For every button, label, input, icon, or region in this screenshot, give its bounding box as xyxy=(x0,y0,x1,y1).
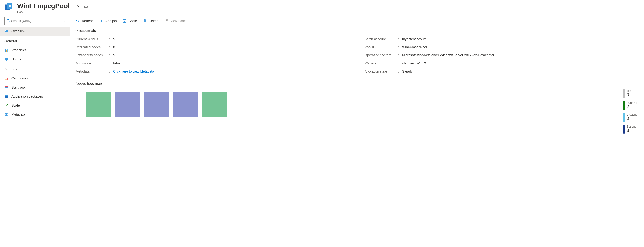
svg-point-6 xyxy=(7,19,9,22)
toolbar-label: Add job xyxy=(105,19,116,23)
essentials-value: 0 xyxy=(113,45,115,49)
sidebar-item-certificates[interactable]: Certificates xyxy=(0,74,70,83)
svg-rect-19 xyxy=(5,95,8,96)
refresh-icon xyxy=(76,19,80,23)
sidebar-item-label: Overview xyxy=(12,29,25,33)
legend-color-swatch xyxy=(623,113,625,122)
page-title: WinFFmpegPool xyxy=(17,3,70,10)
heatmap-title: Nodes heat map xyxy=(75,78,644,88)
essentials-value: standard_a1_v2 xyxy=(402,61,426,65)
legend-item-running: Running 2 xyxy=(623,101,637,110)
metadata-link[interactable]: Click here to view Metadata xyxy=(113,70,154,73)
heatmap-node-tile[interactable] xyxy=(144,92,169,117)
sidebar-item-label: Properties xyxy=(12,48,27,52)
svg-rect-22 xyxy=(165,20,167,22)
essentials-value: mybatchaccount xyxy=(402,37,426,41)
svg-rect-10 xyxy=(6,50,7,52)
scale-button[interactable]: Scale xyxy=(122,18,138,24)
sidebar-group-general: General xyxy=(0,36,70,45)
legend-color-swatch xyxy=(623,101,625,110)
legend-item-idle: Idle 0 xyxy=(623,89,637,98)
print-icon[interactable] xyxy=(84,4,88,9)
svg-rect-2 xyxy=(9,5,11,7)
divider xyxy=(4,73,66,73)
divider xyxy=(4,45,66,45)
sidebar: Overview General Properties Nodes Settin… xyxy=(0,15,70,247)
essentials-label: Operating System xyxy=(364,53,398,57)
toolbar-label: View node xyxy=(170,19,186,23)
svg-rect-18 xyxy=(5,95,8,98)
start-task-icon xyxy=(4,85,8,90)
svg-rect-8 xyxy=(5,31,6,31)
heatmap-node-tile[interactable] xyxy=(115,92,140,117)
essentials-heading: Essentials xyxy=(80,29,96,33)
pool-resource-icon xyxy=(4,3,14,12)
legend-count: 0 xyxy=(627,116,637,121)
scale-icon xyxy=(4,103,8,108)
search-input-wrap[interactable] xyxy=(4,17,60,25)
collapse-sidebar-icon[interactable] xyxy=(61,19,66,23)
legend-count: 0 xyxy=(627,93,631,97)
sidebar-item-label: Scale xyxy=(12,104,20,107)
sidebar-item-properties[interactable]: Properties xyxy=(0,46,70,55)
pin-icon[interactable] xyxy=(76,4,80,9)
essentials-value: MicrosoftWindowsServer WindowsServer 201… xyxy=(402,53,497,57)
sidebar-item-nodes[interactable]: Nodes xyxy=(0,55,70,64)
essentials-value: 5 xyxy=(113,37,115,41)
svg-rect-13 xyxy=(6,60,7,61)
toolbar-label: Refresh xyxy=(82,19,94,23)
toolbar-label: Delete xyxy=(149,19,158,23)
refresh-button[interactable]: Refresh xyxy=(75,18,94,24)
essentials-toggle[interactable]: Essentials xyxy=(75,27,644,34)
svg-point-15 xyxy=(7,78,8,80)
toolbar-label: Scale xyxy=(129,19,137,23)
legend-color-swatch xyxy=(623,125,625,134)
svg-rect-9 xyxy=(5,49,6,52)
essentials-value: WinFFmpegPool xyxy=(402,45,427,49)
sidebar-item-metadata[interactable]: Metadata xyxy=(0,110,70,119)
essentials-label: Metadata xyxy=(76,70,109,73)
search-input[interactable] xyxy=(11,19,57,23)
toolbar: Refresh Add job Scale xyxy=(75,15,644,27)
legend-count: 3 xyxy=(627,128,636,133)
sidebar-item-label: Certificates xyxy=(12,76,28,80)
sidebar-item-scale[interactable]: Scale xyxy=(0,101,70,110)
essentials-label: Dedicated nodes xyxy=(76,45,109,49)
essentials-value: Steady xyxy=(402,70,412,73)
sidebar-item-label: Start task xyxy=(12,85,26,89)
open-external-icon xyxy=(164,19,168,23)
legend-item-starting: Starting 3 xyxy=(623,125,637,134)
app-packages-icon xyxy=(4,94,8,99)
heatmap-node-tile[interactable] xyxy=(202,92,227,117)
sidebar-item-overview[interactable]: Overview xyxy=(0,27,70,36)
legend-item-creating: Creating 0 xyxy=(623,113,637,122)
legend-color-swatch xyxy=(623,89,625,98)
delete-button[interactable]: Delete xyxy=(142,18,159,24)
essentials-label: Pool ID xyxy=(364,45,398,49)
svg-rect-11 xyxy=(7,49,8,52)
essentials-label: Allocation state xyxy=(364,70,398,73)
heatmap-node-tile[interactable] xyxy=(86,92,111,117)
sidebar-item-start-task[interactable]: Start task xyxy=(0,83,70,92)
sidebar-item-app-packages[interactable]: Application packages xyxy=(0,92,70,101)
sidebar-group-settings: Settings xyxy=(0,64,70,73)
essentials-value: false xyxy=(113,61,120,65)
certificates-icon xyxy=(4,76,8,80)
essentials-label: Current vCPUs xyxy=(76,37,109,41)
metadata-icon xyxy=(4,112,8,117)
page-subtitle: Pool xyxy=(17,10,88,14)
nodes-icon xyxy=(4,57,8,61)
sidebar-item-label: Metadata xyxy=(12,113,25,116)
search-icon xyxy=(6,19,10,23)
heatmap-node-tile[interactable] xyxy=(173,92,198,117)
overview-icon xyxy=(4,29,8,33)
scale-toolbar-icon xyxy=(122,19,127,23)
essentials-value: 5 xyxy=(113,53,115,57)
essentials-label: Low-priority nodes xyxy=(76,53,109,57)
essentials-grid: Current vCPUs : 5 Dedicated nodes : 0 Lo… xyxy=(75,34,644,78)
svg-rect-17 xyxy=(5,86,8,87)
add-job-button[interactable]: Add job xyxy=(99,18,117,24)
heatmap-tiles xyxy=(75,88,644,121)
properties-icon xyxy=(4,48,8,52)
plus-icon xyxy=(99,19,104,23)
